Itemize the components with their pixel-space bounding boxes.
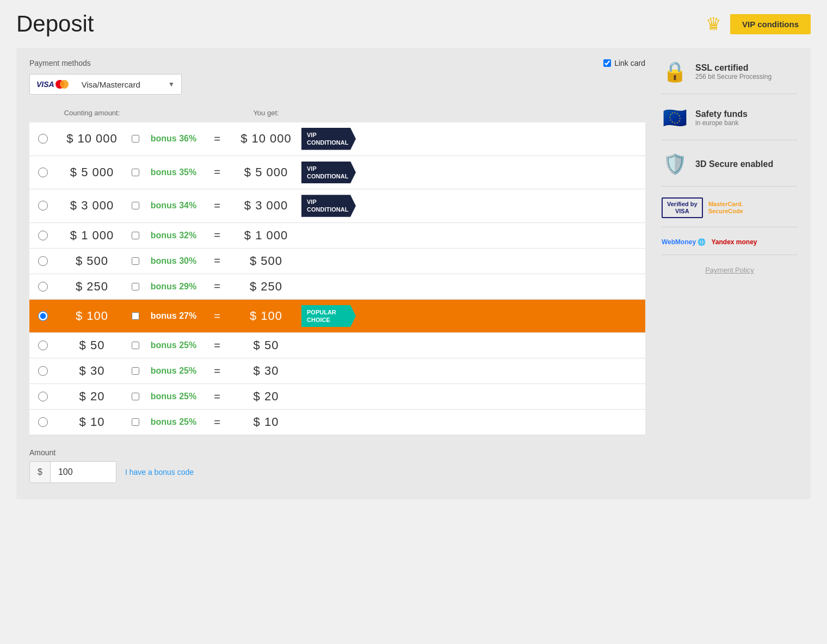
popular-tag: POPULARCHOICE xyxy=(301,305,356,327)
bonus-checkbox[interactable] xyxy=(132,418,139,426)
bonus-checkbox[interactable] xyxy=(132,283,139,290)
3d-secure-text: 3D Secure enabled xyxy=(695,159,773,169)
table-row[interactable]: $ 10 000 bonus 36% = $ 10 000 VIPCONDITI… xyxy=(29,122,645,156)
bonus-checkbox[interactable] xyxy=(132,342,139,349)
equals-sign: = xyxy=(203,166,231,178)
amount-radio[interactable] xyxy=(38,168,48,177)
bonus-checkbox[interactable] xyxy=(132,393,139,400)
table-row[interactable]: $ 50 bonus 25% = $ 50 xyxy=(29,333,645,358)
bonus-percentage: bonus 25% xyxy=(144,417,203,427)
equals-sign: = xyxy=(203,416,231,429)
equals-sign: = xyxy=(203,255,231,267)
counting-amount-value: $ 10 000 xyxy=(57,132,127,146)
ssl-icon: 🔒 xyxy=(662,59,688,85)
link-card-label: Link card xyxy=(614,59,645,67)
equals-sign: = xyxy=(203,310,231,323)
bonus-percentage: bonus 25% xyxy=(144,340,203,350)
link-card-checkbox[interactable] xyxy=(603,59,611,67)
amount-radio[interactable] xyxy=(38,417,48,427)
counting-amount-value: $ 100 xyxy=(57,309,127,323)
you-get-header: You get: xyxy=(231,109,301,117)
payment-policy-link[interactable]: Payment Policy xyxy=(662,266,798,274)
amount-radio[interactable] xyxy=(38,134,48,144)
tag-cell: VIPCONDITIONAL xyxy=(301,162,367,184)
vip-tag: VIPCONDITIONAL xyxy=(301,195,356,217)
equals-sign: = xyxy=(203,229,231,242)
table-row[interactable]: $ 30 bonus 25% = $ 30 xyxy=(29,358,645,384)
equals-sign: = xyxy=(203,391,231,403)
you-get-value: $ 250 xyxy=(231,280,301,294)
table-row[interactable]: $ 500 bonus 30% = $ 500 xyxy=(29,249,645,274)
bonus-checkbox[interactable] xyxy=(132,312,139,320)
amount-radio[interactable] xyxy=(38,392,48,401)
counting-amount-value: $ 30 xyxy=(57,364,127,378)
table-row[interactable]: $ 10 bonus 25% = $ 10 xyxy=(29,410,645,435)
you-get-value: $ 3 000 xyxy=(231,199,301,213)
you-get-value: $ 30 xyxy=(231,364,301,378)
amount-radio[interactable] xyxy=(38,282,48,292)
table-row[interactable]: $ 5 000 bonus 35% = $ 5 000 VIPCONDITION… xyxy=(29,156,645,190)
amount-radio[interactable] xyxy=(38,340,48,350)
you-get-value: $ 50 xyxy=(231,338,301,352)
bonus-percentage: bonus 29% xyxy=(144,282,203,292)
verified-visa-badge: Verified by VISA xyxy=(662,197,703,218)
crown-icon: ♛ xyxy=(706,14,721,34)
you-get-value: $ 100 xyxy=(231,309,301,323)
payment-method-dropdown[interactable]: VISA Visa/Mastercard ▼ xyxy=(29,74,182,95)
table-row[interactable]: $ 250 bonus 29% = $ 250 xyxy=(29,274,645,300)
shield-icon: 🛡️ xyxy=(662,151,688,177)
eu-flag-icon: 🇪🇺 xyxy=(662,105,688,131)
3d-secure-section: 🛡️ 3D Secure enabled xyxy=(662,151,798,187)
chevron-down-icon: ▼ xyxy=(168,81,175,88)
table-row[interactable]: $ 20 bonus 25% = $ 20 xyxy=(29,384,645,410)
counting-amount-value: $ 20 xyxy=(57,389,127,404)
yandex-money-logo: Yandex money xyxy=(711,238,757,246)
bonus-checkbox[interactable] xyxy=(132,202,139,209)
counting-amount-value: $ 500 xyxy=(57,254,127,268)
amount-input[interactable] xyxy=(51,462,116,482)
bonus-percentage: bonus 36% xyxy=(144,134,203,144)
amount-radio[interactable] xyxy=(38,311,48,321)
vip-tag: VIPCONDITIONAL xyxy=(301,128,356,150)
visa-mc-logo: VISA xyxy=(36,79,72,90)
bonus-code-link[interactable]: I have a bonus code xyxy=(125,468,194,476)
page-title: Deposit xyxy=(16,11,94,37)
you-get-value: $ 20 xyxy=(231,389,301,404)
amount-radio[interactable] xyxy=(38,256,48,266)
equals-sign: = xyxy=(203,365,231,377)
bonus-checkbox[interactable] xyxy=(132,169,139,176)
ssl-section: 🔒 SSL certified 256 bit Secure Processin… xyxy=(662,59,798,94)
mastercard-securecode-badge: MasterCard. SecureCode xyxy=(708,201,743,215)
wallet-badges: WebMoney 🌐 Yandex money xyxy=(662,238,798,255)
vip-conditions-button[interactable]: VIP conditions xyxy=(730,14,811,34)
equals-sign: = xyxy=(203,200,231,212)
equals-sign: = xyxy=(203,280,231,293)
table-row[interactable]: $ 100 bonus 27% = $ 100 POPULARCHOICE xyxy=(29,300,645,333)
equals-sign: = xyxy=(203,339,231,352)
amount-radio[interactable] xyxy=(38,231,48,240)
you-get-value: $ 500 xyxy=(231,254,301,268)
amount-radio[interactable] xyxy=(38,366,48,376)
counting-amount-value: $ 1 000 xyxy=(57,228,127,243)
you-get-value: $ 1 000 xyxy=(231,228,301,243)
bonus-percentage: bonus 34% xyxy=(144,201,203,210)
bonus-checkbox[interactable] xyxy=(132,367,139,375)
tag-cell: VIPCONDITIONAL xyxy=(301,128,367,150)
counting-amount-value: $ 3 000 xyxy=(57,199,127,213)
amount-radio[interactable] xyxy=(38,201,48,210)
counting-amount-header: Counting amount: xyxy=(57,109,127,117)
table-row[interactable]: $ 3 000 bonus 34% = $ 3 000 VIPCONDITION… xyxy=(29,189,645,223)
bonus-checkbox[interactable] xyxy=(132,232,139,239)
bonus-percentage: bonus 25% xyxy=(144,366,203,376)
webmoney-logo: WebMoney 🌐 xyxy=(662,238,706,246)
bonus-checkbox[interactable] xyxy=(132,257,139,265)
bonus-percentage: bonus 35% xyxy=(144,168,203,177)
amount-rows-container: $ 10 000 bonus 36% = $ 10 000 VIPCONDITI… xyxy=(29,122,645,435)
table-row[interactable]: $ 1 000 bonus 32% = $ 1 000 xyxy=(29,223,645,249)
bonus-checkbox[interactable] xyxy=(132,135,139,143)
amount-input-wrapper: $ xyxy=(29,461,116,483)
counting-amount-value: $ 10 xyxy=(57,415,127,429)
bonus-percentage: bonus 25% xyxy=(144,392,203,401)
dropdown-selected-value: Visa/Mastercard xyxy=(82,80,168,89)
equals-sign: = xyxy=(203,133,231,145)
